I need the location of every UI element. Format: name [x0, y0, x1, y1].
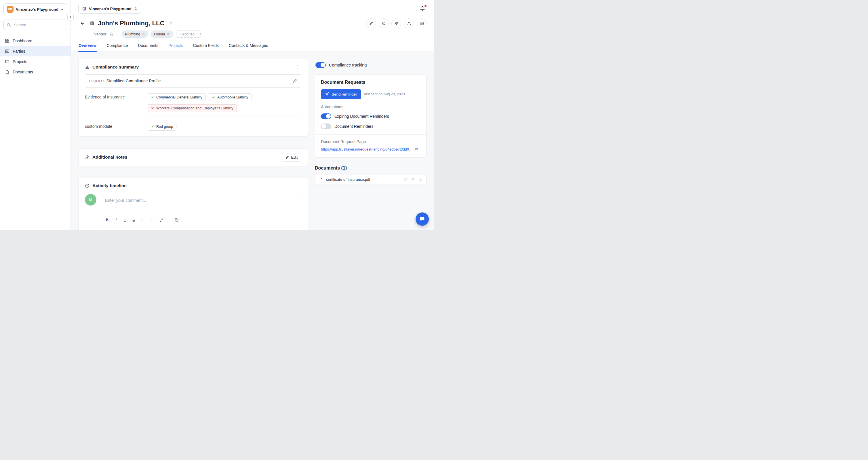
sidebar-collapse-button[interactable] — [67, 14, 74, 20]
documents-panel-title: Documents (1) — [315, 165, 427, 171]
sidebar-item-parties[interactable]: Parties — [0, 46, 70, 56]
info-icon[interactable] — [403, 178, 407, 182]
bold-button[interactable]: B — [105, 218, 109, 222]
compliance-chip[interactable]: ✓ Commercial General Liability — [148, 93, 206, 101]
send-request-button[interactable] — [392, 19, 401, 28]
deactivate-party-button[interactable] — [379, 19, 389, 28]
chat-launcher-button[interactable] — [415, 212, 429, 226]
remove-tag-icon[interactable]: ✕ — [167, 33, 169, 36]
tab-projects[interactable]: Projects — [168, 42, 183, 52]
sidebar: VP Vincenzo's Playground Dashboard — [0, 0, 71, 230]
strikethrough-button[interactable]: S — [132, 218, 136, 222]
back-button[interactable] — [78, 19, 87, 28]
underline-button[interactable]: U — [123, 218, 127, 222]
sidebar-item-dashboard[interactable]: Dashboard — [0, 36, 70, 46]
party-type: Vendor — [94, 32, 114, 36]
request-page-heading: Document Request Page — [321, 139, 421, 144]
workspace-name: Vincenzo's Playground — [89, 7, 131, 11]
expiring-reminders-row: Expiring Document Reminders — [321, 114, 421, 119]
eye-icon[interactable] — [418, 178, 423, 182]
tag-label: Plumbing — [125, 32, 140, 36]
compliance-chip-noncompliant[interactable]: ✕ Workers’ Compensation and Employer’s L… — [148, 104, 237, 112]
bell-icon — [420, 6, 425, 11]
document-reminders-label: Document Reminders — [334, 124, 373, 129]
tab-documents[interactable]: Documents — [137, 42, 159, 52]
sidebar-item-documents[interactable]: Documents — [0, 67, 70, 77]
tabs-bar: Overview Compliance Documents Projects C… — [71, 42, 434, 52]
card-divider — [315, 134, 426, 135]
edit-profile-icon[interactable] — [293, 79, 297, 83]
sidebar-item-label: Parties — [13, 49, 25, 54]
compliance-tracking-row: Compliance tracking — [315, 62, 427, 68]
workspace-select[interactable]: Vincenzo's Playground — [78, 4, 141, 13]
clock-icon — [85, 183, 90, 188]
tag-label: Florida — [154, 32, 165, 36]
tab-contacts-messages[interactable]: Contacts & Messages — [228, 42, 268, 52]
document-reminders-toggle[interactable] — [321, 123, 331, 129]
check-icon: ✓ — [212, 95, 215, 99]
sidebar-item-label: Dashboard — [13, 38, 33, 43]
search-input[interactable] — [13, 23, 65, 27]
flag-icon[interactable] — [411, 178, 415, 182]
expiring-reminders-toggle[interactable] — [321, 114, 331, 119]
document-list-item[interactable]: certificate-of-insurance.pdf — [315, 174, 427, 185]
card-title: Compliance summary — [92, 64, 139, 70]
chip-label: Commercial General Liability — [156, 95, 202, 99]
add-tag-button[interactable]: + Add tag... — [176, 31, 201, 38]
chip-label: Red group — [156, 125, 173, 129]
expiring-reminders-label: Expiring Document Reminders — [334, 114, 389, 119]
file-actions — [403, 178, 423, 182]
file-name: certificate-of-insurance.pdf — [326, 177, 370, 182]
tab-compliance[interactable]: Compliance — [106, 42, 128, 52]
dashboard-icon — [5, 38, 9, 43]
kebab-menu-icon[interactable]: ⋮ — [294, 64, 301, 70]
page-title: John's Plumbing, LLC — [98, 20, 164, 27]
org-switcher[interactable]: VP Vincenzo's Playground — [3, 3, 67, 15]
compliance-tracking-toggle[interactable] — [315, 62, 326, 68]
profile-value: Simplified Compliance Profile — [106, 79, 161, 83]
compliance-section-label: custom module — [85, 123, 148, 131]
edit-party-button[interactable] — [366, 19, 376, 28]
file-icon — [319, 177, 323, 182]
page-content: Compliance summary ⋮ PROFILE: Simplified… — [71, 52, 434, 230]
check-icon: ✓ — [151, 95, 154, 99]
italic-button[interactable]: I — [114, 218, 118, 222]
toolbar-divider: | — [168, 218, 169, 223]
remove-tag-icon[interactable]: ✕ — [142, 33, 145, 36]
parties-icon — [5, 49, 9, 54]
certificate-button[interactable] — [417, 19, 427, 28]
last-sent-text: last sent on Aug 29, 2023 — [364, 92, 405, 96]
tag-pill[interactable]: Florida ✕ — [151, 31, 173, 38]
ordered-list-button[interactable] — [141, 218, 145, 223]
copy-link-icon[interactable]: ⧉ — [415, 147, 417, 151]
compliance-chip[interactable]: ✓ Automobile Liability — [209, 93, 252, 101]
card-title: Activity timeline — [92, 183, 127, 188]
request-page-link[interactable]: https://app.trustlayer.io/request-landin… — [321, 147, 413, 151]
paste-button[interactable] — [175, 218, 179, 223]
folder-icon — [5, 59, 9, 64]
document-reminders-row: Document Reminders — [321, 123, 421, 129]
card-title: Additional notes — [92, 155, 127, 160]
link-button[interactable] — [159, 218, 163, 223]
tab-custom-fields[interactable]: Custom Fields — [193, 42, 219, 52]
org-name: Vincenzo's Playground — [16, 7, 58, 11]
notifications-button[interactable] — [418, 5, 427, 13]
building-icon — [82, 7, 86, 11]
compliance-section-label: Evidence of Insurance — [85, 93, 148, 117]
send-reminder-button[interactable]: Send reminder — [321, 89, 361, 99]
person-icon[interactable] — [110, 32, 114, 36]
comment-input[interactable] — [101, 194, 301, 215]
export-button[interactable] — [404, 19, 414, 28]
check-icon: ✓ — [151, 125, 154, 129]
bullet-list-button[interactable] — [150, 218, 154, 223]
party-tags: Plumbing ✕ Florida ✕ + Add tag... — [122, 31, 200, 38]
sidebar-item-label: Projects — [13, 59, 27, 64]
edit-notes-button[interactable]: Edit — [282, 153, 301, 161]
tab-overview[interactable]: Overview — [78, 42, 97, 52]
sidebar-item-projects[interactable]: Projects — [0, 56, 70, 67]
company-icon — [90, 21, 94, 26]
flag-icon[interactable] — [169, 21, 174, 26]
tag-pill[interactable]: Plumbing ✕ — [122, 31, 148, 38]
chat-icon — [419, 216, 425, 222]
compliance-chip[interactable]: ✓ Red group — [148, 123, 177, 131]
